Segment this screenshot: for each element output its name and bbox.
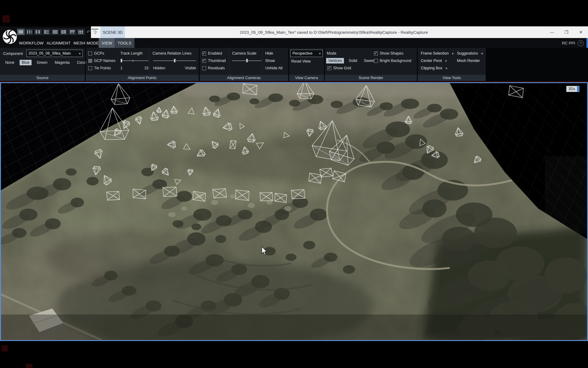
show-grid-label: Show Grid	[333, 66, 351, 70]
color-option-magenta[interactable]: Magenta	[53, 60, 72, 65]
tie-points-label: Tie Points	[94, 66, 111, 70]
camera-frustum	[193, 191, 206, 201]
component-dropdown[interactable]: 2023_05_08_Sfika_Main ▾	[26, 50, 83, 57]
center-pivot-button[interactable]: Center Pivot▾	[421, 58, 447, 64]
section-label-source: Source	[0, 75, 85, 81]
camera-frustum	[133, 189, 146, 199]
chevron-down-icon: ▾	[77, 52, 81, 55]
thumbnail-checkbox-row[interactable]: Thumbnail	[202, 58, 226, 64]
mesh-render-button[interactable]: Mesh Render	[457, 58, 480, 64]
section-label-scene-render: Scene Render	[325, 75, 417, 81]
scene-3d-viewport[interactable]: 3Ds	[0, 82, 588, 341]
ribbon: Component 2023_05_08_Sfika_Main ▾ None B…	[0, 48, 588, 81]
tie-points-checkbox[interactable]	[88, 66, 92, 70]
view-mode-badge[interactable]: 3Ds	[566, 86, 579, 92]
layout-single-view-icon[interactable]	[17, 29, 24, 35]
color-option-green[interactable]: Green	[35, 60, 50, 65]
gcps-label: GCPs	[94, 51, 104, 56]
camera-frustum	[107, 191, 120, 201]
tab-scene-3d[interactable]: SCENE 3D	[100, 26, 125, 38]
camera-frustum	[163, 186, 177, 197]
maximize-button[interactable]: ❐	[559, 26, 574, 38]
camera-frustum	[274, 193, 287, 202]
track-length-label: Track Length	[120, 51, 143, 56]
enabled-checkbox-row[interactable]: Enabled	[202, 50, 222, 56]
residuals-checkbox-row[interactable]: Residuals	[202, 65, 225, 71]
gcps-checkbox-row[interactable]: GCPs	[88, 50, 104, 56]
recording-artifact	[2, 15, 10, 23]
projection-value: Perspective	[292, 51, 312, 56]
show-shapes-checkbox-row[interactable]: Show Shapes	[374, 50, 403, 56]
thumbnail-checkbox[interactable]	[202, 59, 206, 63]
camera-frustum	[213, 188, 227, 198]
residuals-checkbox[interactable]	[202, 66, 206, 70]
track-length-min: 1	[120, 66, 123, 70]
gcp-names-checkbox-row[interactable]: GCP Names	[88, 58, 115, 64]
layout-grid-alt-icon[interactable]	[60, 29, 67, 35]
mode-solid[interactable]: Solid	[346, 58, 359, 63]
layout-columns-icon[interactable]	[26, 29, 33, 35]
layout-thumbs-icon[interactable]	[69, 29, 76, 35]
suggestions-button[interactable]: Suggestions▾	[457, 50, 483, 56]
component-value: 2023_05_08_Sfika_Main	[28, 51, 71, 56]
enabled-checkbox[interactable]	[202, 52, 206, 56]
close-button[interactable]: ✕	[574, 26, 588, 38]
bright-background-label: Bright Background	[380, 59, 411, 63]
mode-vertices[interactable]: Vertices	[326, 58, 344, 63]
mode-label: Mode	[327, 51, 336, 56]
show-grid-checkbox[interactable]	[327, 66, 331, 70]
show-shapes-checkbox[interactable]	[374, 52, 378, 56]
color-option-none[interactable]: None	[3, 60, 17, 65]
gcp-names-label: GCP Names	[94, 59, 115, 63]
unhide-all-button[interactable]: Unhide All	[265, 65, 282, 71]
chevron-down-icon: ▾	[317, 52, 321, 55]
section-label-alignment-points: Alignment Points	[86, 75, 198, 81]
gcps-checkbox[interactable]	[88, 52, 92, 56]
layout-two-pane-icon[interactable]	[34, 29, 42, 35]
enabled-label: Enabled	[208, 51, 222, 56]
camera-frustum	[242, 83, 257, 95]
minimize-button[interactable]: —	[545, 26, 559, 38]
camera-relation-lines-slider[interactable]	[153, 58, 196, 63]
bright-background-checkbox[interactable]	[374, 59, 378, 63]
tab-workflow[interactable]: WORKFLOW	[16, 38, 47, 48]
section-view-camera: Perspective ▾ Reset View View Camera	[289, 48, 324, 81]
realitycapture-logo-icon[interactable]	[2, 26, 18, 46]
undo-icon[interactable]: ↶	[86, 29, 91, 35]
camera-scale-slider[interactable]	[232, 58, 262, 63]
tab-tools[interactable]: TOOLS	[115, 38, 134, 48]
layout-grid-icon[interactable]	[51, 29, 59, 35]
window-controls: — ❐ ✕	[545, 26, 588, 38]
tab-view[interactable]: VIEW	[99, 38, 115, 48]
window-title: 2023_05_09_Sfika_Main_Tex* saved to D:\S…	[126, 26, 542, 38]
frame-selection-button[interactable]: Frame Selection▾	[421, 50, 454, 56]
view-mode-badge-label: 3Ds	[567, 87, 577, 91]
chevron-down-icon: ▾	[446, 67, 447, 70]
reset-view-button[interactable]: Reset View	[291, 58, 311, 64]
tab-alignment[interactable]: ALIGNMENT	[43, 38, 74, 48]
help-icon[interactable]: ?	[578, 40, 584, 46]
residuals-label: Residuals	[208, 66, 225, 70]
point-cloud-scene	[1, 83, 587, 340]
track-length-slider[interactable]	[120, 58, 149, 63]
section-view-tools: Frame Selection▾ Suggestions▾ Center Piv…	[418, 48, 486, 81]
bright-background-checkbox-row[interactable]: Bright Background	[374, 58, 411, 64]
hide-button[interactable]: Hide	[265, 50, 273, 56]
component-label: Component	[3, 52, 23, 56]
section-scene-render: Mode Vertices Solid Sweet Show Grid Show…	[325, 48, 417, 81]
layout-mosaic-icon[interactable]	[77, 29, 85, 35]
layout-split-left-icon[interactable]	[43, 29, 50, 35]
show-grid-checkbox-row[interactable]: Show Grid	[327, 65, 351, 71]
clipping-box-button[interactable]: Clipping Box▾	[421, 65, 447, 71]
ribbon-collapse-icon[interactable]: ⌄	[92, 29, 98, 36]
camera-frustum	[230, 140, 236, 149]
gcp-names-checkbox[interactable]	[88, 59, 92, 63]
color-option-blue[interactable]: Blue	[20, 60, 32, 65]
tie-points-checkbox-row[interactable]: Tie Points	[88, 65, 111, 71]
title-bar: ↶ ↷ ⟲ ⌄ SCENE 3D 2023_05_09_Sfika_Main_T…	[0, 26, 588, 38]
show-button[interactable]: Show	[265, 58, 275, 64]
camera-frustum	[320, 168, 333, 178]
projection-dropdown[interactable]: Perspective ▾	[290, 50, 323, 57]
section-label-alignment-cameras: Alignment Cameras	[200, 75, 288, 81]
section-label-view-tools: View Tools	[418, 75, 486, 81]
